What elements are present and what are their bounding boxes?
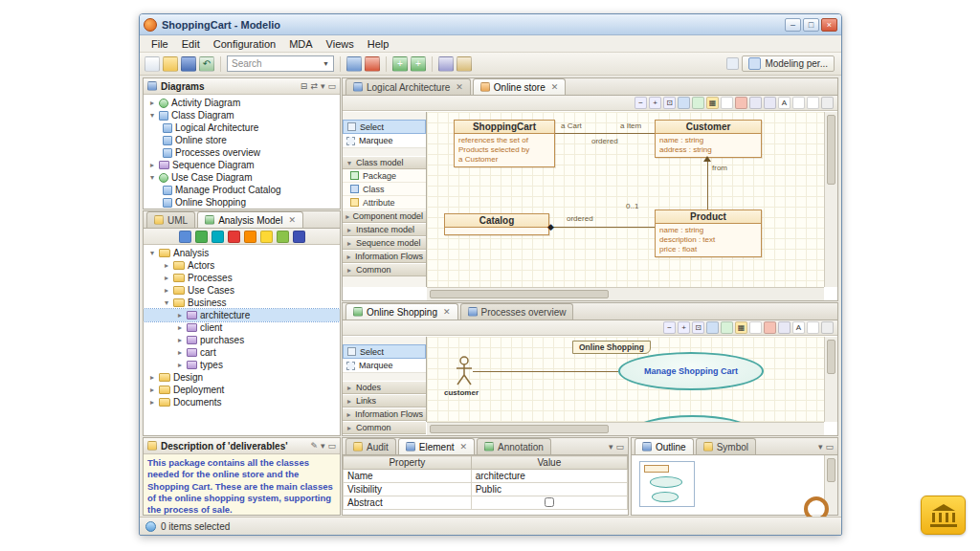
line-style-icon[interactable] bbox=[792, 97, 805, 109]
edge-label[interactable]: a Cart bbox=[561, 121, 582, 130]
class-shoppingcart[interactable]: ShoppingCart references the set of Produ… bbox=[454, 120, 555, 167]
scrollbar-thumb[interactable] bbox=[827, 340, 835, 374]
association-catalog-product[interactable] bbox=[549, 227, 655, 228]
minimize-view-icon[interactable]: ▭ bbox=[327, 81, 336, 91]
outline-body[interactable] bbox=[632, 455, 837, 516]
edge-label[interactable]: a Item bbox=[620, 121, 641, 130]
palette-group-links[interactable]: ▸ Links bbox=[343, 394, 426, 408]
tree-item[interactable]: ▸ Use Cases bbox=[144, 284, 340, 297]
delete-icon[interactable] bbox=[764, 321, 776, 334]
view-menu-icon[interactable]: ▾ bbox=[609, 442, 613, 452]
column-header-property[interactable]: Property bbox=[344, 456, 472, 470]
palette-marquee-tool[interactable]: Marquee bbox=[343, 359, 426, 373]
tree-item[interactable]: ▸ Documents bbox=[144, 396, 340, 408]
tab-symbol[interactable]: Symbol bbox=[696, 438, 756, 454]
tree-item[interactable]: ▾ Business bbox=[144, 297, 340, 309]
expander-icon[interactable]: ▸ bbox=[176, 323, 184, 332]
tree-item[interactable]: ▸ Deployment bbox=[144, 384, 340, 396]
text-style-icon[interactable]: A bbox=[792, 321, 805, 334]
delete-icon[interactable] bbox=[735, 97, 747, 109]
tree-item[interactable]: ▸ cart bbox=[144, 346, 340, 359]
tab-online-store[interactable]: Online store ✕ bbox=[473, 78, 566, 95]
diagrams-panel-header[interactable]: Diagrams ⊟ ⇄ ▾ ▭ bbox=[144, 78, 340, 95]
tree-item[interactable]: ▸ Sequence Diagram bbox=[144, 159, 340, 171]
view-menu-icon[interactable]: ▾ bbox=[818, 442, 823, 452]
stop-icon[interactable] bbox=[228, 231, 240, 243]
actor-icon[interactable] bbox=[456, 356, 473, 386]
expander-icon[interactable]: ▸ bbox=[163, 274, 170, 282]
palette-group-sequence-model[interactable]: ▸ Sequence model bbox=[343, 236, 426, 250]
save-diagram-icon[interactable] bbox=[678, 97, 690, 109]
zoom-fit-icon[interactable]: ⊡ bbox=[692, 321, 704, 334]
palette-group-information-flows[interactable]: ▸ Information Flows bbox=[343, 408, 426, 421]
audit-icon[interactable] bbox=[457, 56, 472, 72]
watch-icon[interactable] bbox=[212, 231, 224, 243]
minimize-view-icon[interactable]: ▭ bbox=[825, 442, 834, 452]
edge-label[interactable]: ordered bbox=[591, 137, 618, 145]
tree-item[interactable]: Online store bbox=[144, 134, 340, 146]
leaf-icon[interactable] bbox=[277, 231, 289, 243]
palette-select-tool[interactable]: Select bbox=[343, 120, 426, 134]
tree-item[interactable]: ▸ Actors bbox=[144, 259, 340, 272]
tab-uml[interactable]: UML bbox=[146, 211, 195, 228]
zoom-out-icon[interactable]: − bbox=[635, 97, 647, 109]
tree-item[interactable]: ▸ client bbox=[144, 321, 340, 334]
palette-marquee-tool[interactable]: Marquee bbox=[343, 134, 426, 148]
line-style-icon[interactable] bbox=[807, 321, 819, 334]
properties-icon[interactable] bbox=[821, 97, 834, 109]
horizontal-scrollbar[interactable] bbox=[427, 422, 824, 435]
association-actor-usecase[interactable] bbox=[473, 371, 618, 372]
edit-icon[interactable]: ✎ bbox=[310, 441, 318, 451]
expander-icon[interactable]: ▸ bbox=[148, 398, 156, 407]
expander-icon[interactable]: ▸ bbox=[148, 161, 156, 169]
vertical-scrollbar[interactable] bbox=[824, 112, 837, 287]
save-icon[interactable] bbox=[181, 56, 196, 72]
fill-style-icon[interactable] bbox=[807, 97, 819, 109]
add-element-icon[interactable]: + bbox=[392, 56, 408, 72]
properties-icon[interactable] bbox=[821, 321, 834, 334]
expander-icon[interactable]: ▸ bbox=[163, 261, 170, 270]
zoom-in-icon[interactable]: + bbox=[678, 321, 690, 334]
palette-group-common[interactable]: ▸ Common bbox=[343, 263, 426, 276]
palette-group-nodes[interactable]: ▸ Nodes bbox=[343, 381, 426, 394]
tree-item[interactable]: ▸ purchases bbox=[144, 334, 340, 346]
bank-icon[interactable] bbox=[921, 496, 966, 535]
description-panel-header[interactable]: Description of 'deliverables' ✎ ▾ ▭ bbox=[144, 438, 340, 454]
palette-group-instance-model[interactable]: ▸ Instance model bbox=[343, 223, 426, 236]
expander-icon[interactable]: ▾ bbox=[148, 249, 156, 257]
edge-label[interactable]: from bbox=[712, 164, 727, 172]
perspective-grid-icon[interactable] bbox=[726, 57, 739, 70]
minimize-button[interactable]: – bbox=[785, 18, 801, 32]
table-row[interactable]: Name architecture bbox=[344, 470, 628, 483]
tree-item[interactable]: Manage Product Catalog bbox=[144, 184, 340, 196]
scrollbar-thumb[interactable] bbox=[827, 115, 835, 185]
snap-icon[interactable] bbox=[749, 321, 762, 334]
expander-icon[interactable]: ▸ bbox=[176, 348, 184, 357]
expander-icon[interactable]: ▸ bbox=[148, 386, 156, 394]
menu-help[interactable]: Help bbox=[362, 37, 395, 51]
titlebar[interactable]: ShoppingCart - Modelio – □ × bbox=[140, 14, 841, 35]
outline-thumbnail[interactable] bbox=[639, 461, 695, 507]
tree-item[interactable]: Processes overview bbox=[144, 146, 340, 159]
expander-icon[interactable]: ▸ bbox=[163, 286, 170, 295]
close-icon[interactable]: ✕ bbox=[456, 82, 463, 92]
tree-item[interactable]: ▾ Use Case Diagram bbox=[144, 171, 340, 184]
usecase-partial[interactable] bbox=[633, 415, 752, 422]
scrollbar-thumb[interactable] bbox=[430, 290, 609, 298]
layout-icon[interactable] bbox=[438, 56, 454, 72]
cube-icon[interactable] bbox=[293, 231, 305, 243]
class-diagram-canvas[interactable]: ShoppingCart references the set of Produ… bbox=[427, 112, 824, 287]
expander-icon[interactable]: ▸ bbox=[148, 373, 156, 382]
menu-views[interactable]: Views bbox=[321, 37, 360, 51]
align-icon[interactable] bbox=[778, 321, 791, 334]
tab-processes-overview[interactable]: Processes overview bbox=[460, 303, 574, 320]
diamond-icon[interactable] bbox=[260, 231, 273, 243]
tree-item[interactable]: Online Shopping bbox=[144, 196, 340, 209]
tree-item[interactable]: ▸ Design bbox=[144, 371, 340, 384]
palette-group-component-model[interactable]: ▸ Component model bbox=[343, 209, 426, 223]
tab-element[interactable]: Element ✕ bbox=[398, 438, 475, 454]
view-menu-icon[interactable]: ▾ bbox=[321, 441, 325, 451]
tree-item[interactable]: Logical Architecture bbox=[144, 121, 340, 134]
abstract-checkbox[interactable] bbox=[545, 497, 554, 507]
open-folder-icon[interactable] bbox=[163, 56, 178, 72]
